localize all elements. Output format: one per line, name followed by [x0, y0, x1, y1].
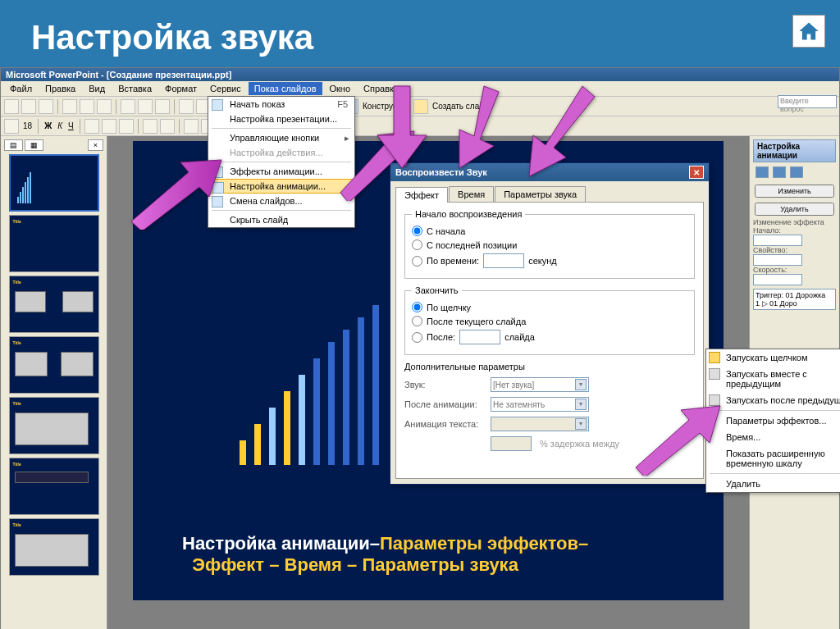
menu-hide-slide[interactable]: Скрыть слайд	[208, 212, 354, 227]
menu-view[interactable]: Вид	[83, 82, 111, 95]
close-button[interactable]: ✕	[689, 166, 704, 179]
home-button[interactable]	[792, 15, 825, 48]
thumb-3[interactable]: Title	[9, 276, 99, 333]
print-icon[interactable]	[62, 99, 77, 114]
menu-window[interactable]: Окно	[324, 82, 357, 95]
home-icon	[797, 20, 820, 43]
align-right-icon[interactable]	[119, 119, 134, 134]
trigger-label: Триггер: 01 Дорожка	[756, 291, 833, 299]
decorative-bars	[240, 305, 379, 465]
effect-context-menu: Запускать щелчком Запускать вместе с пре…	[705, 349, 840, 493]
menu-file[interactable]: Файл	[4, 82, 38, 95]
save-icon[interactable]	[39, 99, 53, 114]
menu-slideshow[interactable]: Показ слайдов	[249, 82, 322, 95]
ctx-advanced-timeline[interactable]: Показать расширенную временную шкалу	[706, 445, 840, 472]
menu-tools[interactable]: Сервис	[204, 82, 247, 95]
menu-insert[interactable]: Вставка	[112, 82, 158, 95]
after-anim-lbl: После анимации:	[404, 399, 482, 409]
font-size[interactable]: 18	[21, 121, 34, 130]
menu-action-buttons[interactable]: Управляющие кнопки	[208, 130, 354, 145]
ctx-with-prev[interactable]: Запускать вместе с предыдущим	[706, 366, 840, 392]
extra-params-label: Дополнительные параметры	[404, 362, 695, 371]
menu-animation-schemes[interactable]: Эффекты анимации...	[208, 164, 354, 179]
undo-icon[interactable]	[179, 99, 194, 114]
thumb-tab-slides[interactable]: ▦	[25, 139, 43, 151]
cut-icon[interactable]	[121, 99, 135, 114]
pane-speed-field[interactable]	[753, 274, 802, 285]
radio-after-slide[interactable]	[412, 316, 422, 326]
ctx-on-click[interactable]: Запускать щелчком	[706, 349, 840, 366]
mouse-icon	[709, 352, 720, 363]
home-icon-pane[interactable]	[790, 166, 803, 178]
time-field[interactable]	[483, 253, 524, 268]
paste-icon[interactable]	[155, 99, 170, 114]
end-playback-group: Закончить По щелчку После текущего слайд…	[404, 285, 695, 355]
radio-by-time[interactable]	[412, 256, 422, 267]
thumb-7[interactable]: Title	[9, 518, 99, 576]
menu-action-settings[interactable]: Настройка действия...	[208, 145, 354, 160]
tab-sound-params[interactable]: Параметры звука	[495, 186, 586, 202]
spell-icon[interactable]	[97, 99, 112, 114]
menu-slide-transition[interactable]: Смена слайдов...	[208, 194, 354, 208]
after-anim-combo[interactable]: Не затемнять▾	[491, 397, 589, 412]
copy-icon[interactable]	[138, 99, 153, 114]
radio-from-start[interactable]	[412, 226, 422, 236]
thumb-tab-outline[interactable]: ▤	[4, 139, 23, 151]
pane-prop-field[interactable]	[753, 254, 802, 266]
align-center-icon[interactable]	[102, 119, 116, 134]
numbering-icon[interactable]	[160, 119, 175, 134]
menu-format[interactable]: Формат	[159, 82, 203, 95]
pane-title: Настройка анимации	[753, 139, 836, 162]
arrow-1	[127, 156, 226, 233]
modify-button[interactable]: Изменить	[755, 185, 834, 198]
sound-lbl: Звук:	[404, 380, 482, 390]
back-icon[interactable]	[756, 166, 769, 178]
ctx-delete[interactable]: Удалить	[706, 476, 840, 492]
thumb-2[interactable]: Title	[9, 215, 99, 272]
font-btn[interactable]	[4, 119, 19, 134]
preview-icon[interactable]	[80, 99, 94, 114]
menu-setup-show[interactable]: Настройка презентации...	[208, 112, 354, 126]
align-left-icon[interactable]	[84, 119, 99, 134]
bold-btn[interactable]: Ж	[43, 121, 53, 130]
after-field[interactable]	[459, 330, 500, 344]
arrow-5	[525, 82, 599, 184]
delay-lbl: % задержка между	[540, 439, 619, 449]
menu-edit[interactable]: Правка	[39, 82, 81, 95]
thumb-1[interactable]	[9, 154, 99, 212]
menu-custom-animation[interactable]: Настройка анимации...	[208, 179, 354, 194]
open-icon[interactable]	[21, 99, 36, 114]
start-playback-group: Начало воспроизведения С начала С послед…	[404, 209, 695, 279]
ctx-timing[interactable]: Время...	[706, 429, 840, 445]
text-anim-combo: ▾	[491, 417, 589, 431]
remove-button[interactable]: Удалить	[755, 203, 834, 216]
thumb-6[interactable]: Title	[9, 458, 99, 515]
ctx-effect-options[interactable]: Параметры эффектов...	[706, 412, 840, 429]
ctx-after-prev[interactable]: Запускать после предыдущего	[706, 392, 840, 408]
bullets-icon[interactable]	[143, 119, 158, 134]
radio-last-pos[interactable]	[412, 239, 422, 250]
pane-start-field[interactable]	[753, 235, 802, 246]
pane-prop-lbl: Свойство:	[753, 246, 836, 254]
underline-btn[interactable]: Ч	[66, 121, 75, 130]
new-icon[interactable]	[4, 99, 19, 114]
italic-btn[interactable]: К	[56, 121, 64, 130]
pane-start-lbl: Начало:	[753, 226, 836, 235]
tab-timing[interactable]: Время	[449, 186, 494, 202]
pane-speed-lbl: Скорость:	[753, 266, 836, 274]
sound-combo[interactable]: [Нет звука]▾	[491, 377, 589, 392]
radio-after-n[interactable]	[412, 332, 422, 343]
menu-start-show[interactable]: Начать показF5	[208, 97, 354, 112]
page-title: Настройка звука	[0, 0, 840, 57]
arrow-4	[451, 82, 509, 175]
ask-question-field[interactable]: Введите вопрос	[778, 95, 837, 108]
trigger-item[interactable]: 1 ▷ 01 Доро	[756, 299, 833, 308]
window-titlebar: Microsoft PowerPoint - [Создание презент…	[1, 68, 839, 81]
thumb-close[interactable]: ×	[88, 139, 103, 151]
fwd-icon[interactable]	[773, 166, 786, 178]
thumb-4[interactable]: Title	[9, 336, 99, 394]
radio-on-click[interactable]	[412, 302, 422, 312]
increase-font-icon[interactable]	[184, 119, 199, 134]
thumb-5[interactable]: Title	[9, 397, 99, 454]
delay-field	[491, 436, 532, 451]
